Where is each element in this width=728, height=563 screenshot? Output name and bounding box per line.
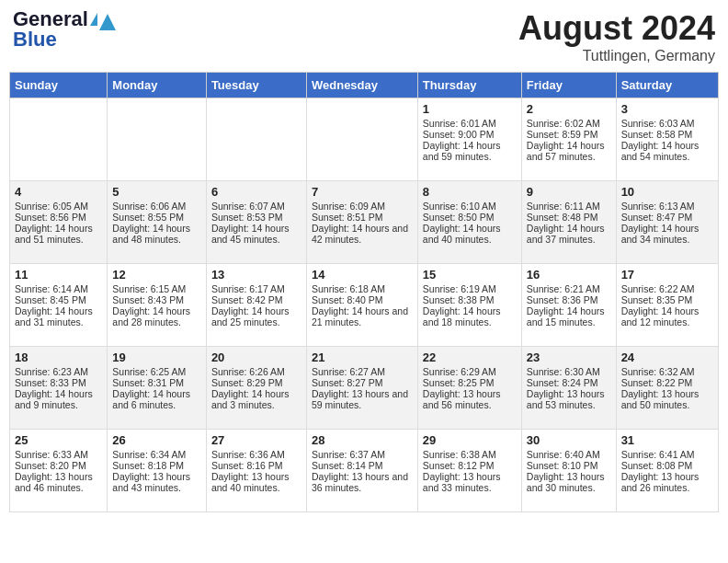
day-number: 5 <box>112 185 201 199</box>
day-info: Sunrise: 6:41 AM <box>621 449 713 460</box>
day-info: Sunset: 8:56 PM <box>15 212 102 223</box>
day-info: Sunset: 8:14 PM <box>312 460 413 471</box>
day-info: Daylight: 14 hours and 21 minutes. <box>312 305 413 327</box>
day-number: 2 <box>527 102 611 116</box>
day-number: 8 <box>423 185 517 199</box>
day-number: 4 <box>15 185 102 199</box>
calendar-cell: 11Sunrise: 6:14 AMSunset: 8:45 PMDayligh… <box>10 264 108 347</box>
calendar-cell: 28Sunrise: 6:37 AMSunset: 8:14 PMDayligh… <box>306 430 417 512</box>
calendar-cell: 22Sunrise: 6:29 AMSunset: 8:25 PMDayligh… <box>417 347 521 430</box>
week-row-4: 18Sunrise: 6:23 AMSunset: 8:33 PMDayligh… <box>10 347 719 430</box>
calendar-cell: 27Sunrise: 6:36 AMSunset: 8:16 PMDayligh… <box>206 430 306 512</box>
day-number: 27 <box>211 433 301 447</box>
day-number: 11 <box>15 268 102 282</box>
day-info: Sunrise: 6:18 AM <box>312 283 413 294</box>
day-info: Daylight: 14 hours and 31 minutes. <box>15 305 102 327</box>
day-info: Sunset: 8:42 PM <box>211 294 301 305</box>
month-title: August 2024 <box>518 9 715 48</box>
day-info: Sunrise: 6:10 AM <box>423 201 517 212</box>
day-info: Daylight: 14 hours and 28 minutes. <box>112 305 201 327</box>
calendar-cell: 14Sunrise: 6:18 AMSunset: 8:40 PMDayligh… <box>306 264 417 347</box>
calendar-body: 1Sunrise: 6:01 AMSunset: 9:00 PMDaylight… <box>10 98 719 512</box>
calendar-cell: 20Sunrise: 6:26 AMSunset: 8:29 PMDayligh… <box>206 347 306 430</box>
day-number: 7 <box>312 185 413 199</box>
day-info: Sunrise: 6:29 AM <box>423 366 517 377</box>
day-info: Daylight: 14 hours and 3 minutes. <box>211 388 301 410</box>
day-info: Daylight: 14 hours and 48 minutes. <box>112 223 201 245</box>
calendar-cell: 13Sunrise: 6:17 AMSunset: 8:42 PMDayligh… <box>206 264 306 347</box>
day-info: Daylight: 14 hours and 6 minutes. <box>112 388 201 410</box>
day-info: Sunrise: 6:21 AM <box>527 283 611 294</box>
day-number: 12 <box>112 268 201 282</box>
day-info: Sunset: 8:36 PM <box>527 294 611 305</box>
day-info: Sunset: 8:25 PM <box>423 377 517 388</box>
day-info: Daylight: 14 hours and 40 minutes. <box>423 223 517 245</box>
day-info: Sunrise: 6:27 AM <box>312 366 413 377</box>
day-info: Sunrise: 6:03 AM <box>621 118 713 129</box>
day-number: 23 <box>527 350 611 364</box>
day-info: Sunrise: 6:05 AM <box>15 201 102 212</box>
day-info: Sunrise: 6:02 AM <box>527 118 611 129</box>
calendar-cell: 4Sunrise: 6:05 AMSunset: 8:56 PMDaylight… <box>10 181 108 264</box>
day-number: 13 <box>211 268 301 282</box>
day-info: Sunset: 8:27 PM <box>312 377 413 388</box>
week-row-1: 1Sunrise: 6:01 AMSunset: 9:00 PMDaylight… <box>10 98 719 181</box>
calendar-cell: 12Sunrise: 6:15 AMSunset: 8:43 PMDayligh… <box>108 264 207 347</box>
day-info: Sunrise: 6:32 AM <box>621 366 713 377</box>
day-info: Sunrise: 6:13 AM <box>621 201 713 212</box>
day-number: 30 <box>527 433 611 447</box>
logo-general-text: General <box>13 9 88 29</box>
calendar-cell: 7Sunrise: 6:09 AMSunset: 8:51 PMDaylight… <box>306 181 417 264</box>
calendar-cell: 23Sunrise: 6:30 AMSunset: 8:24 PMDayligh… <box>521 347 616 430</box>
day-info: Sunset: 8:20 PM <box>15 460 102 471</box>
calendar-cell: 26Sunrise: 6:34 AMSunset: 8:18 PMDayligh… <box>108 430 207 512</box>
day-info: Daylight: 13 hours and 26 minutes. <box>621 471 713 493</box>
calendar-cell: 18Sunrise: 6:23 AMSunset: 8:33 PMDayligh… <box>10 347 108 430</box>
day-info: Sunset: 8:45 PM <box>15 294 102 305</box>
day-number: 17 <box>621 268 713 282</box>
day-info: Sunset: 8:43 PM <box>112 294 201 305</box>
day-info: Sunrise: 6:25 AM <box>112 366 201 377</box>
day-number: 29 <box>423 433 517 447</box>
day-info: Sunrise: 6:17 AM <box>211 283 301 294</box>
col-wednesday: Wednesday <box>306 73 417 98</box>
day-info: Daylight: 14 hours and 15 minutes. <box>527 305 611 327</box>
day-info: Sunrise: 6:40 AM <box>527 449 611 460</box>
day-info: Sunset: 8:12 PM <box>423 460 517 471</box>
day-number: 3 <box>621 102 713 116</box>
day-info: Daylight: 14 hours and 12 minutes. <box>621 305 713 327</box>
day-number: 18 <box>15 350 102 364</box>
day-number: 22 <box>423 350 517 364</box>
day-info: Sunset: 8:29 PM <box>211 377 301 388</box>
day-number: 28 <box>312 433 413 447</box>
day-number: 19 <box>112 350 201 364</box>
day-number: 1 <box>423 102 517 116</box>
day-info: Sunrise: 6:09 AM <box>312 201 413 212</box>
logo: General Blue <box>13 9 97 50</box>
day-number: 10 <box>621 185 713 199</box>
col-thursday: Thursday <box>417 73 521 98</box>
calendar-cell: 19Sunrise: 6:25 AMSunset: 8:31 PMDayligh… <box>108 347 207 430</box>
day-info: Sunrise: 6:01 AM <box>423 118 517 129</box>
day-info: Sunset: 8:24 PM <box>527 377 611 388</box>
day-info: Sunset: 8:48 PM <box>527 212 611 223</box>
day-info: Daylight: 14 hours and 57 minutes. <box>527 140 611 162</box>
day-number: 9 <box>527 185 611 199</box>
location-title: Tuttlingen, Germany <box>518 48 715 64</box>
day-info: Daylight: 14 hours and 59 minutes. <box>423 140 517 162</box>
day-info: Daylight: 13 hours and 53 minutes. <box>527 388 611 410</box>
day-info: Daylight: 13 hours and 36 minutes. <box>312 471 413 493</box>
day-info: Sunset: 9:00 PM <box>423 129 517 140</box>
day-info: Sunset: 8:35 PM <box>621 294 713 305</box>
day-info: Sunrise: 6:11 AM <box>527 201 611 212</box>
day-info: Daylight: 13 hours and 56 minutes. <box>423 388 517 410</box>
calendar-cell: 10Sunrise: 6:13 AMSunset: 8:47 PMDayligh… <box>616 181 718 264</box>
day-info: Sunset: 8:31 PM <box>112 377 201 388</box>
day-info: Sunset: 8:40 PM <box>312 294 413 305</box>
day-info: Daylight: 13 hours and 43 minutes. <box>112 471 201 493</box>
day-info: Sunset: 8:18 PM <box>112 460 201 471</box>
day-info: Daylight: 13 hours and 46 minutes. <box>15 471 102 493</box>
calendar-cell: 9Sunrise: 6:11 AMSunset: 8:48 PMDaylight… <box>521 181 616 264</box>
day-info: Sunrise: 6:06 AM <box>112 201 201 212</box>
calendar-cell: 25Sunrise: 6:33 AMSunset: 8:20 PMDayligh… <box>10 430 108 512</box>
